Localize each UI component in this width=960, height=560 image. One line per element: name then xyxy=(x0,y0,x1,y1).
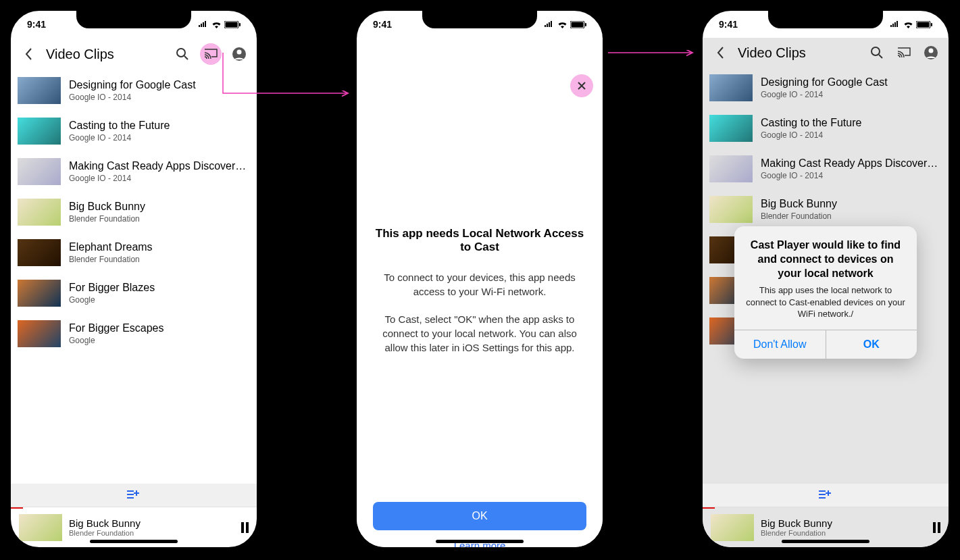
home-indicator[interactable] xyxy=(90,540,178,543)
flow-arrow xyxy=(0,0,960,560)
home-indicator[interactable] xyxy=(436,540,524,543)
home-indicator[interactable] xyxy=(782,540,869,543)
